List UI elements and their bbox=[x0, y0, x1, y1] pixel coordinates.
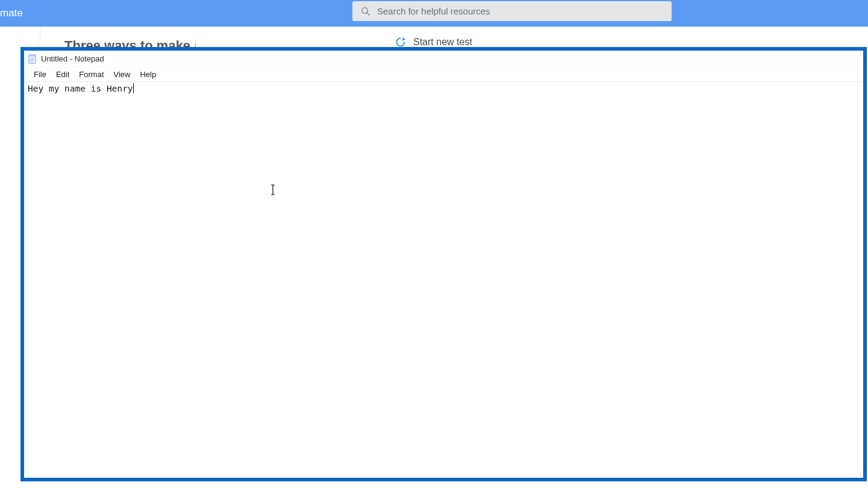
notepad-window-title: Untitled - Notepad bbox=[41, 54, 104, 63]
notepad-app-icon bbox=[28, 54, 37, 64]
search-placeholder: Search for helpful resources bbox=[377, 6, 490, 16]
search-icon bbox=[361, 7, 370, 16]
menu-format[interactable]: Format bbox=[74, 68, 108, 81]
notepad-titlebar[interactable]: Untitled - Notepad bbox=[24, 51, 863, 67]
text-caret bbox=[133, 83, 134, 93]
svg-point-0 bbox=[362, 8, 367, 13]
notepad-text-area[interactable]: Hey my name is Henry bbox=[24, 82, 863, 478]
notepad-text-content: Hey my name is Henry bbox=[28, 84, 133, 93]
background-app-title: mate bbox=[0, 7, 23, 19]
search-box[interactable]: Search for helpful resources bbox=[352, 1, 672, 21]
notepad-window: Untitled - Notepad File Edit Format View… bbox=[20, 47, 867, 481]
svg-line-1 bbox=[367, 13, 369, 15]
start-new-test-label: Start new test bbox=[413, 37, 472, 48]
menu-view[interactable]: View bbox=[109, 68, 136, 81]
svg-rect-3 bbox=[29, 55, 36, 57]
refresh-icon bbox=[395, 37, 406, 48]
notepad-menubar: File Edit Format View Help bbox=[24, 67, 863, 82]
start-new-test-button[interactable]: Start new test bbox=[395, 37, 472, 48]
menu-edit[interactable]: Edit bbox=[51, 68, 74, 81]
background-app-header: mate Search for helpful resources bbox=[0, 0, 868, 27]
menu-file[interactable]: File bbox=[29, 68, 51, 81]
menu-help[interactable]: Help bbox=[135, 68, 161, 81]
